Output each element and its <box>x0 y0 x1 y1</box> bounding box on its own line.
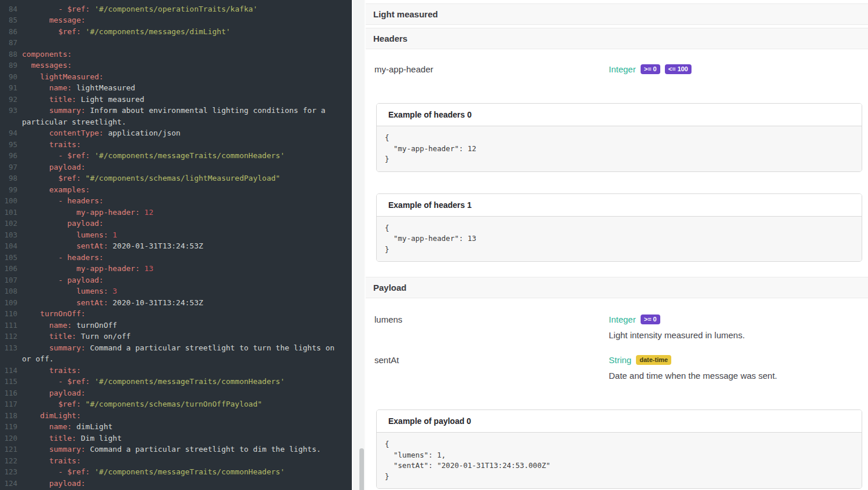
example-card: Example of payload 0{ "lumens": 1, "sent… <box>376 409 862 489</box>
editor-line[interactable]: 103 lumens: 1 <box>0 229 352 241</box>
editor-line[interactable]: 92 title: Light measured <box>0 94 352 105</box>
editor-line[interactable]: 105 - headers: <box>0 252 352 264</box>
editor-code-text: - $ref: '#/components/messageTraits/comm… <box>17 466 285 478</box>
editor-line[interactable]: 122 traits: <box>0 455 352 467</box>
editor-line[interactable]: 86 $ref: '#/components/messages/dimLight… <box>0 26 352 38</box>
property-meta: Integer>= 0<= 100 <box>609 64 868 74</box>
editor-code-text: title: Turn on/off <box>17 331 131 342</box>
property-meta: Stringdate-timeDate and time when the me… <box>609 355 868 381</box>
editor-line[interactable]: 107 - payload: <box>0 275 352 286</box>
line-number: 117 <box>0 398 17 410</box>
line-number: 84 <box>0 3 17 15</box>
editor-line[interactable]: 102 payload: <box>0 218 352 229</box>
editor-code-text: lumens: 3 <box>17 286 117 297</box>
editor-code-text: traits: <box>17 365 81 376</box>
line-number: 91 <box>0 82 17 94</box>
line-number: 110 <box>0 308 17 320</box>
editor-code-text: - $ref: '#/components/messageTraits/comm… <box>17 376 285 387</box>
editor-line[interactable]: 88components: <box>0 49 352 60</box>
editor-line[interactable]: 120 title: Dim light <box>0 433 352 444</box>
editor-line[interactable]: 95 traits: <box>0 139 352 151</box>
editor-line[interactable]: particular streetlight. <box>0 116 352 128</box>
line-number: 123 <box>0 466 17 478</box>
section-header-headers: Headers <box>366 28 868 49</box>
property-type-line: Stringdate-time <box>609 355 868 365</box>
line-number: 100 <box>0 195 17 207</box>
editor-code-text: payload: <box>17 478 86 489</box>
property-meta: Integer>= 0Light intensity measured in l… <box>609 315 868 340</box>
editor-code-text: or off. <box>17 353 54 365</box>
editor-code-text: title: Light measured <box>17 94 144 105</box>
editor-line[interactable]: 87 <box>0 37 352 49</box>
line-number: 86 <box>0 26 17 38</box>
editor-line[interactable]: 104 sentAt: 2020-01-31T13:24:53Z <box>0 240 352 252</box>
line-number: 99 <box>0 184 17 196</box>
editor-code-text: name: dimLight <box>17 421 113 433</box>
editor-code-text: turnOnOff: <box>17 308 86 320</box>
pane-divider[interactable] <box>352 0 366 490</box>
property-description: Light intensity measured in lumens. <box>609 330 868 340</box>
editor-line[interactable]: 115 - $ref: '#/components/messageTraits/… <box>0 376 352 387</box>
line-number: 108 <box>0 286 17 297</box>
line-number: 118 <box>0 410 17 422</box>
line-number: 87 <box>0 37 17 49</box>
editor-line[interactable]: 100 - headers: <box>0 195 352 207</box>
editor-line[interactable]: 94 contentType: application/json <box>0 127 352 139</box>
editor-line[interactable]: 111 name: turnOnOff <box>0 320 352 331</box>
editor-line[interactable]: 112 title: Turn on/off <box>0 331 352 342</box>
constraint-badge: >= 0 <box>641 315 660 324</box>
editor-line[interactable]: 91 name: lightMeasured <box>0 82 352 94</box>
yaml-code-editor[interactable]: 83 traits:84 - $ref: '#/components/opera… <box>0 0 352 490</box>
editor-line[interactable]: 101 my-app-header: 12 <box>0 207 352 218</box>
editor-line[interactable]: 98 $ref: "#/components/schemas/lightMeas… <box>0 173 352 184</box>
editor-line[interactable]: 116 payload: <box>0 387 352 399</box>
line-number: 120 <box>0 433 17 444</box>
editor-line[interactable]: 99 examples: <box>0 184 352 196</box>
editor-line[interactable]: 109 sentAt: 2020-10-31T13:24:53Z <box>0 297 352 309</box>
editor-line[interactable]: 113 summary: Command a particular street… <box>0 342 352 354</box>
line-number: 97 <box>0 162 17 173</box>
line-number: 122 <box>0 455 17 467</box>
property-row: lumensInteger>= 0Light intensity measure… <box>366 315 868 340</box>
editor-line[interactable]: 106 my-app-header: 13 <box>0 263 352 275</box>
line-number: 93 <box>0 105 17 116</box>
line-number: 104 <box>0 240 17 252</box>
editor-line[interactable]: 123 - $ref: '#/components/messageTraits/… <box>0 466 352 478</box>
constraint-badge: >= 0 <box>641 64 660 74</box>
editor-line[interactable]: 117 $ref: "#/components/schemas/turnOnOf… <box>0 398 352 410</box>
editor-code-text: components: <box>17 49 72 60</box>
scrollbar-thumb[interactable] <box>359 448 364 490</box>
property-row: sentAtStringdate-timeDate and time when … <box>366 355 868 381</box>
line-number: 94 <box>0 127 17 139</box>
line-number: 98 <box>0 173 17 184</box>
editor-line[interactable]: 114 traits: <box>0 365 352 376</box>
editor-line[interactable]: 85 message: <box>0 14 352 26</box>
editor-code-text: contentType: application/json <box>17 127 181 139</box>
editor-code-text: dimLight: <box>17 410 81 422</box>
property-name: sentAt <box>374 355 609 381</box>
editor-line[interactable]: 84 - $ref: '#/components/operationTraits… <box>0 3 352 15</box>
editor-line[interactable]: 108 lumens: 3 <box>0 286 352 297</box>
line-number: 113 <box>0 342 17 354</box>
payload-section-body: lumensInteger>= 0Light intensity measure… <box>366 298 868 489</box>
editor-line[interactable]: 118 dimLight: <box>0 410 352 422</box>
section-header-payload: Payload <box>366 277 868 298</box>
editor-code-text: - $ref: '#/components/operationTraits/ka… <box>17 3 258 15</box>
editor-line[interactable]: 124 payload: <box>0 478 352 489</box>
editor-line[interactable]: 121 summary: Command a particular street… <box>0 444 352 455</box>
editor-line[interactable]: 96 - $ref: '#/components/messageTraits/c… <box>0 150 352 162</box>
editor-code-text <box>17 37 22 49</box>
editor-code-text: name: turnOnOff <box>17 320 117 331</box>
editor-line[interactable]: 119 name: dimLight <box>0 421 352 433</box>
editor-line[interactable]: 90 lightMeasured: <box>0 71 352 83</box>
editor-line[interactable]: 93 summary: Inform about environmental l… <box>0 105 352 116</box>
line-number: 119 <box>0 421 17 433</box>
editor-line[interactable]: or off. <box>0 353 352 365</box>
editor-line[interactable]: 89 messages: <box>0 60 352 71</box>
property-type: String <box>609 355 631 365</box>
line-number: 92 <box>0 94 17 105</box>
editor-line[interactable]: 110 turnOnOff: <box>0 308 352 320</box>
editor-code-text: - payload: <box>17 275 104 286</box>
example-card-code: { "my-app-header": 12 } <box>377 126 862 171</box>
editor-line[interactable]: 97 payload: <box>0 162 352 173</box>
